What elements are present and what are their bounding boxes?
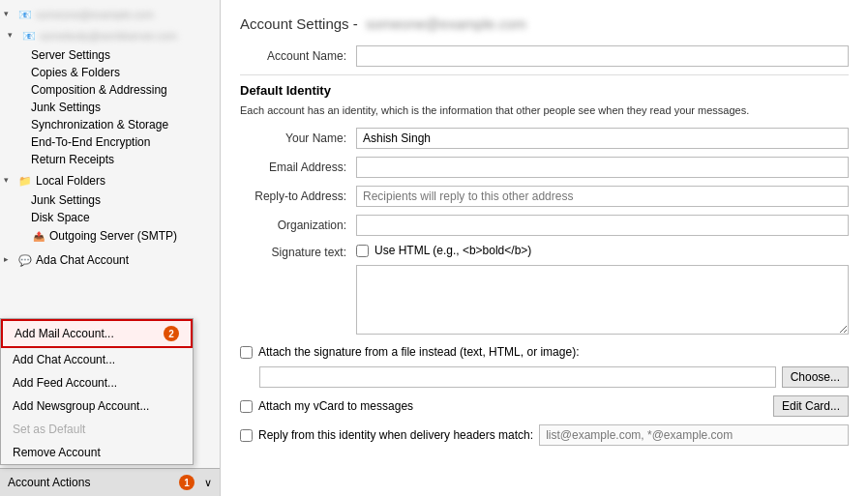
- remove-account-item[interactable]: Remove Account: [1, 441, 193, 464]
- add-chat-account-item[interactable]: Add Chat Account...: [1, 348, 193, 371]
- account-name-label: Account Name:: [240, 49, 356, 63]
- reply-to-row: Reply-to Address:: [240, 186, 849, 207]
- edit-card-button[interactable]: Edit Card...: [773, 395, 849, 417]
- attach-sig-checkbox[interactable]: [240, 346, 253, 359]
- set-as-default-item: Set as Default: [1, 418, 193, 441]
- default-identity-title: Default Identity: [240, 83, 849, 98]
- sidebar-disk-space[interactable]: Disk Space: [0, 209, 220, 226]
- chevron-down-icon: ∨: [204, 477, 212, 489]
- smtp-label: Outgoing Server (SMTP): [49, 229, 177, 243]
- sidebar-local-folders[interactable]: ▾ 📁 Local Folders: [0, 170, 220, 191]
- add-newsgroup-item[interactable]: Add Newsgroup Account...: [1, 394, 193, 418]
- sig-section: Use HTML (e.g., <b>bold</b>): [356, 244, 849, 337]
- ada-chat-label: Ada Chat Account: [36, 253, 129, 267]
- reply-match-checkbox[interactable]: [240, 429, 253, 442]
- account-2-label: somebody@worldserver.com: [40, 30, 177, 42]
- use-html-checkbox[interactable]: [356, 245, 369, 257]
- main-content: Account Settings - someone@example.com A…: [221, 0, 868, 496]
- reply-to-input[interactable]: [356, 186, 849, 207]
- vcard-row: Attach my vCard to messages Edit Card...: [240, 395, 849, 417]
- add-chat-label: Add Chat Account...: [13, 353, 115, 366]
- account-1-label: someone@example.com: [36, 9, 154, 20]
- add-mail-account-label: Add Mail Account...: [15, 327, 114, 340]
- return-receipts-label: Return Receipts: [31, 153, 114, 166]
- set-as-default-label: Set as Default: [13, 423, 85, 436]
- default-identity-desc: Each account has an identity, which is t…: [240, 103, 849, 118]
- sidebar-e2e[interactable]: End-To-End Encryption: [0, 133, 220, 151]
- vcard-label: Attach my vCard to messages: [258, 399, 767, 413]
- junk-settings-label: Junk Settings: [31, 101, 101, 114]
- use-html-label: Use HTML (e.g., <b>bold</b>): [374, 244, 531, 257]
- reply-to-label: Reply-to Address:: [240, 190, 356, 203]
- add-feed-label: Add Feed Account...: [13, 376, 117, 390]
- local-junk-label: Junk Settings: [31, 193, 101, 207]
- sidebar-junk-settings[interactable]: Junk Settings: [0, 99, 220, 116]
- sidebar-ada-chat[interactable]: ▸ 💬 Ada Chat Account: [0, 249, 220, 271]
- disk-space-label: Disk Space: [31, 211, 90, 224]
- email-input[interactable]: [356, 157, 849, 178]
- sync-storage-label: Synchronization & Storage: [31, 118, 168, 131]
- copies-folders-label: Copies & Folders: [31, 66, 120, 79]
- your-name-label: Your Name:: [240, 131, 356, 145]
- your-name-input[interactable]: [356, 128, 849, 149]
- composition-label: Composition & Addressing: [31, 83, 167, 97]
- remove-account-label: Remove Account: [13, 446, 101, 459]
- use-html-row: Use HTML (e.g., <b>bold</b>): [356, 244, 849, 257]
- reply-match-row: Reply from this identity when delivery h…: [240, 424, 849, 446]
- account-actions-badge: 1 ∨: [175, 475, 212, 490]
- ada-chat-chevron: ▸: [4, 254, 15, 266]
- choose-button[interactable]: Choose...: [782, 366, 849, 388]
- sidebar-sync-storage[interactable]: Synchronization & Storage: [0, 116, 220, 133]
- sidebar-return-receipts[interactable]: Return Receipts: [0, 151, 220, 168]
- sidebar-account-2[interactable]: ▾ 📧 somebody@worldserver.com: [0, 25, 220, 46]
- title-email: someone@example.com: [366, 15, 526, 32]
- account-actions-label: Account Actions: [8, 476, 90, 489]
- org-row: Organization:: [240, 215, 849, 236]
- account-name-row: Account Name:: [240, 45, 849, 67]
- sidebar-account-1[interactable]: ▾ 📧 someone@example.com: [0, 4, 220, 25]
- local-folders-label: Local Folders: [36, 174, 105, 188]
- sidebar: ▾ 📧 someone@example.com ▾ 📧 somebody@wor…: [0, 0, 221, 496]
- account-actions-button[interactable]: Account Actions 1 ∨: [0, 468, 220, 496]
- page-title: Account Settings - someone@example.com: [240, 15, 849, 32]
- reply-match-input[interactable]: [539, 424, 849, 446]
- account-name-input[interactable]: [356, 45, 849, 67]
- your-name-row: Your Name:: [240, 128, 849, 149]
- vcard-checkbox[interactable]: [240, 400, 253, 413]
- sidebar-server-settings[interactable]: Server Settings: [0, 46, 220, 64]
- badge-2: 2: [164, 326, 179, 341]
- sidebar-local-junk[interactable]: Junk Settings: [0, 191, 220, 209]
- email-label: Email Address:: [240, 160, 356, 174]
- account-actions-dropdown: Add Mail Account... 2 Add Chat Account..…: [0, 318, 194, 465]
- smtp-icon: 📤: [31, 228, 46, 244]
- server-settings-label: Server Settings: [31, 48, 110, 62]
- chevron-icon: ▾: [4, 9, 15, 20]
- attach-sig-label: Attach the signature from a file instead…: [258, 345, 579, 359]
- account-2-icon: 📧: [21, 28, 37, 44]
- ada-chat-icon: 💬: [17, 252, 33, 268]
- sig-label: Signature text:: [240, 244, 356, 259]
- badge-1: 1: [179, 475, 195, 490]
- add-feed-account-item[interactable]: Add Feed Account...: [1, 371, 193, 394]
- local-folders-icon: 📁: [17, 173, 33, 189]
- add-mail-account-item[interactable]: Add Mail Account... 2: [1, 319, 193, 348]
- account-icon: 📧: [17, 7, 33, 22]
- attach-sig-path-input[interactable]: [259, 366, 776, 388]
- reply-match-label: Reply from this identity when delivery h…: [258, 428, 533, 442]
- divider-1: [240, 74, 849, 75]
- attach-sig-row: Attach the signature from a file instead…: [240, 345, 849, 359]
- sidebar-copies-folders[interactable]: Copies & Folders: [0, 64, 220, 81]
- local-folders-chevron: ▾: [4, 175, 15, 187]
- org-label: Organization:: [240, 219, 356, 232]
- attach-sig-file-row: Choose...: [259, 366, 849, 388]
- sig-row: Signature text: Use HTML (e.g., <b>bold<…: [240, 244, 849, 337]
- chevron-icon-2: ▾: [8, 30, 19, 42]
- sidebar-outgoing-smtp[interactable]: 📤 Outgoing Server (SMTP): [0, 226, 220, 246]
- signature-textarea[interactable]: [356, 265, 849, 335]
- sidebar-composition[interactable]: Composition & Addressing: [0, 81, 220, 99]
- email-row: Email Address:: [240, 157, 849, 178]
- add-newsgroup-label: Add Newsgroup Account...: [13, 399, 149, 413]
- org-input[interactable]: [356, 215, 849, 236]
- e2e-label: End-To-End Encryption: [31, 135, 150, 149]
